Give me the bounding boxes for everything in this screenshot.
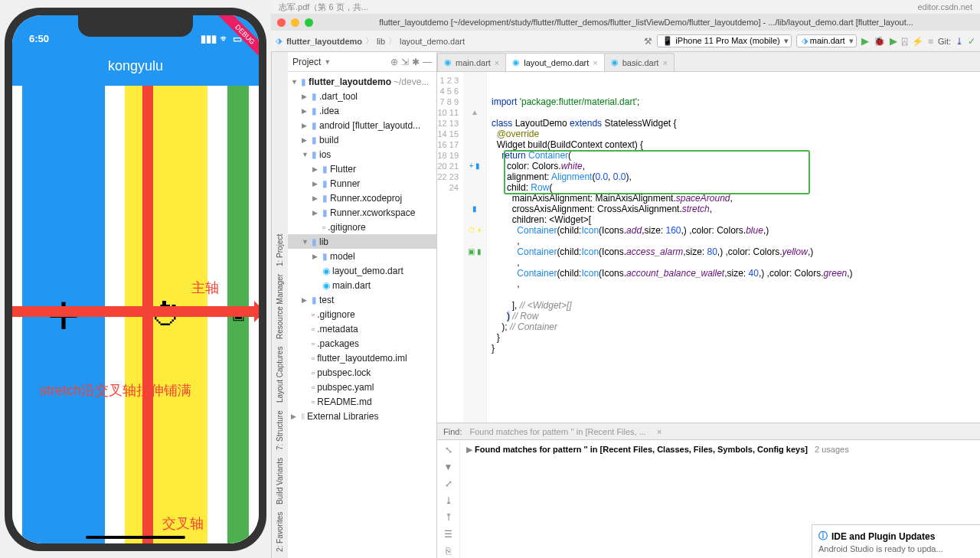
results-toolbar[interactable]: ⤡ ▼ ⤢ ⤓ ⤒ ☰ ⎘ ♻ [437,440,460,558]
gutter-marks[interactable]: ▲+ ▮▮⏱ ▮▣ ▮ [463,72,486,423]
attach-icon[interactable]: ⍓ [902,36,907,47]
git-update-icon[interactable]: ⤓ [956,36,963,47]
column-yellow: ⏱ [125,86,207,543]
tree-item-flutter-layoutdemo-iml[interactable]: ▫ flutter_layoutdemo.iml [288,351,436,365]
close-tab-icon[interactable]: × [662,58,667,67]
column-blue: + [22,86,105,543]
notification-toast[interactable]: ⓘIDE and Plugin Updates Android Studio i… [812,524,980,558]
tree-item-flutter[interactable]: ▶▮ Flutter [288,162,436,176]
results-summary: Found matches for pattern '' in [Recent … [475,445,808,454]
tool-project[interactable]: 1: Project [276,233,284,266]
crumb-project[interactable]: flutter_layoutdemo [286,37,362,46]
tree-item-runner-xcodeproj[interactable]: ▶▮ Runner.xcodeproj [288,191,436,205]
column-green: ▣ [227,86,249,543]
window-title: flutter_layoutdemo [~/development/study/… [318,18,974,27]
minimize-window-icon[interactable] [291,18,299,27]
run-config-dropdown[interactable]: ⬗ main.dart [796,34,857,47]
select-opened-file-icon[interactable]: ⊕ [390,57,398,67]
tree-item-runner-xcworkspace[interactable]: ▶▮ Runner.xcworkspace [288,205,436,220]
device-dropdown[interactable]: 📱 iPhone 11 Pro Max (mobile) [657,34,791,47]
tree-item-test[interactable]: ▶▮ test [288,292,436,307]
debug-icon[interactable]: 🐞 [874,36,885,47]
find-bar[interactable]: Find: Found matches for pattern '' in [R… [437,423,980,439]
tree-item-pubspec-yaml[interactable]: ▫ pubspec.yaml [288,380,436,394]
tree-item--gitignore[interactable]: ▫ .gitignore [288,220,436,234]
stop-icon[interactable]: ■ [928,36,933,47]
pin-icon[interactable]: ⎘ [446,546,451,556]
mac-titlebar: flutter_layoutdemo [~/development/study/… [271,14,980,31]
tree-item-lib[interactable]: ▼▮ lib [288,234,436,249]
settings-icon[interactable]: ✱ [412,57,420,67]
upload-icon[interactable]: ⤒ [445,512,452,523]
crumb-file[interactable]: layout_demo.dart [400,37,465,46]
tree-item-build[interactable]: ▶▮ build [288,132,436,147]
project-header: Project ▼ ⊕ ⇲ ✱ — [288,52,436,72]
tool-captures[interactable]: Layout Captures [276,347,284,403]
label-cross-axis: 交叉轴 [162,514,204,533]
editor-tab-main-dart[interactable]: ◉main.dart× [437,53,506,71]
tree-item-ios[interactable]: ▼▮ ios [288,147,436,162]
left-tool-strip[interactable]: 2: Favorites Build Variants 7: Structure… [271,52,288,558]
tree-item-readme-md[interactable]: ▫ README.md [288,394,436,409]
tree-item-pubspec-lock[interactable]: ▫ pubspec.lock [288,365,436,380]
close-find-icon[interactable]: × [657,427,662,436]
tool-variants[interactable]: Build Variants [276,458,284,504]
maximize-window-icon[interactable] [305,18,313,27]
info-icon: ⓘ [818,530,828,543]
tree-item--packages[interactable]: ▫ .packages [288,336,436,351]
highlight-box [504,150,810,194]
find-placeholder[interactable]: Found matches for pattern '' in [Recent … [469,427,645,436]
toast-message: Android Studio is ready to upda... [818,544,974,553]
wifi-icon: ᯤ [220,33,230,44]
tree-item--idea[interactable]: ▶▮ .idea [288,103,436,118]
expand-all-icon[interactable]: ⤡ [445,445,452,455]
mac-tab-left: 志军.pdf（第 6 页，共... [271,2,917,13]
code-content[interactable]: import 'package:flutter/material.dart'; … [487,72,980,423]
tree-item--gitignore[interactable]: ▫ .gitignore [288,307,436,321]
tool-favorites[interactable]: 2: Favorites [276,512,284,552]
home-indicator [86,536,185,539]
flutter-logo-icon: ⬗ [276,36,282,46]
profile-icon[interactable]: ▶ [890,35,897,47]
status-icons: ▮▮▮ ᯤ ▭ [201,33,242,44]
mac-tab-right: editor.csdn.net [917,2,980,11]
crumb-lib[interactable]: lib [377,37,385,46]
editor-tab-basic-dart[interactable]: ◉basic.dart× [604,53,675,71]
tree-item-flutter-layoutdemo[interactable]: ▼▮ flutter_layoutdemo ~/deve... [288,74,436,89]
label-main-axis: 主轴 [191,279,219,297]
run-icon[interactable]: ▶ [861,35,869,47]
tool-structure[interactable]: 7: Structure [276,410,284,450]
tree-item-model[interactable]: ▶▮ model [288,249,436,263]
close-window-icon[interactable] [277,18,286,27]
tree-item-layout-demo-dart[interactable]: ◉ layout_demo.dart [288,263,436,278]
phone-body: + ⏱ ▣ [12,86,259,543]
collapse-all-icon[interactable]: ⇲ [401,57,409,67]
editor-tab-layout_demo-dart[interactable]: ◉layout_demo.dart× [505,53,604,71]
find-label: Find: [443,427,462,436]
tree-item--dart-tool[interactable]: ▶▮ .dart_tool [288,89,436,103]
editor-tabbar[interactable]: ◉main.dart×◉layout_demo.dart×◉basic.dart… [437,52,980,72]
close-tab-icon[interactable]: × [593,58,597,67]
collapse-icon[interactable]: ⤢ [445,478,452,489]
project-panel: Project ▼ ⊕ ⇲ ✱ — ▼▮ flutter_layoutdemo … [288,52,437,558]
tree-item-main-dart[interactable]: ◉ main.dart [288,278,436,292]
ide-window: 志军.pdf（第 6 页，共... editor.csdn.net flutte… [271,0,980,558]
breadcrumbs[interactable]: flutter_layoutdemo〉 lib〉 layout_demo.dar… [286,35,465,47]
tree-item--metadata[interactable]: ▫ .metadata [288,321,436,336]
project-header-label[interactable]: Project [292,57,321,67]
hide-panel-icon[interactable]: — [423,57,432,67]
editor-body[interactable]: 1 2 3 4 5 6 7 8 9 10 11 12 13 14 15 16 1… [437,72,980,423]
group-icon[interactable]: ☰ [444,529,452,540]
hammer-icon[interactable]: ⚒ [644,36,652,47]
close-tab-icon[interactable]: × [495,58,499,67]
filter-icon[interactable]: ▼ [444,462,453,472]
git-commit-icon[interactable]: ✓ [968,36,975,47]
toolbar-right: ⚒ 📱 iPhone 11 Pro Max (mobile) ⬗ main.da… [644,34,975,47]
download-icon[interactable]: ⤓ [445,495,452,506]
tree-item-runner[interactable]: ▶▮ Runner [288,176,436,191]
tree-item-android--flutter-layoutd---[interactable]: ▶▮ android [flutter_layoutd... [288,118,436,132]
project-tree[interactable]: ▼▮ flutter_layoutdemo ~/deve...▶▮ .dart_… [288,72,436,558]
tool-resmgr[interactable]: Resource Manager [276,274,284,339]
tree-item-external-libraries[interactable]: ▶⫴ External Libraries [288,409,436,423]
hot-reload-icon[interactable]: ⚡ [912,36,923,47]
